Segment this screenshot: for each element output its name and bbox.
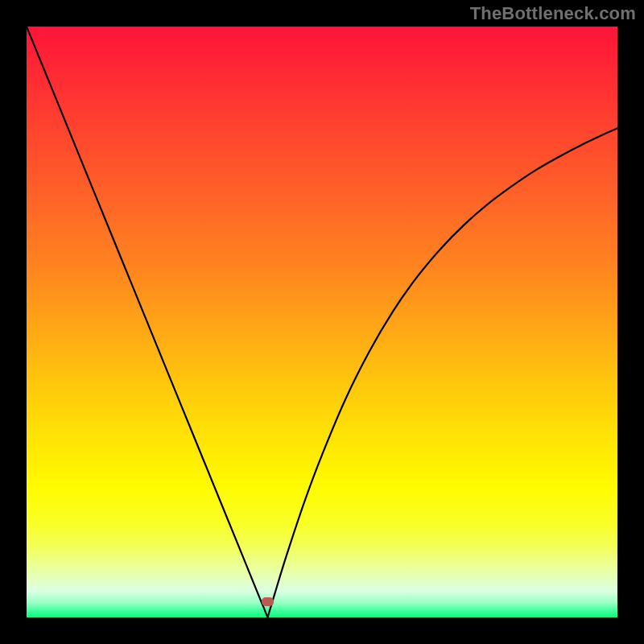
vertex-dot [262, 597, 274, 606]
watermark-text: TheBottleneck.com [470, 3, 636, 24]
chart-svg [27, 27, 617, 617]
plot-area [27, 27, 617, 617]
chart-frame: TheBottleneck.com [0, 0, 644, 644]
gradient-background [27, 27, 617, 617]
